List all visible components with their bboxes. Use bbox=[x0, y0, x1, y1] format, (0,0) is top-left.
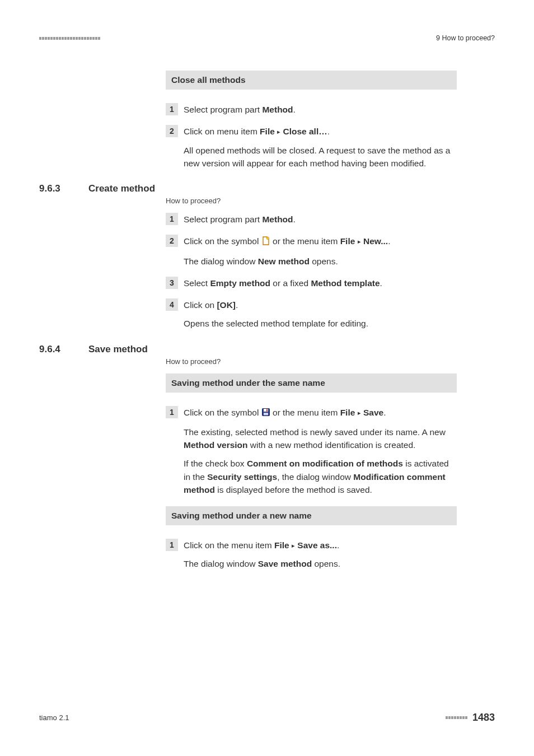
step-row: 1Click on the symbol or the menu item Fi… bbox=[166, 406, 457, 497]
howto-create: How to proceed? bbox=[166, 197, 495, 205]
step-note: The dialog window Save method opens. bbox=[184, 557, 457, 570]
step-note: All opened methods will be closed. A req… bbox=[184, 144, 457, 170]
step-text: Click on the menu item File ▸ Save as...… bbox=[184, 539, 457, 552]
svg-point-0 bbox=[266, 237, 269, 240]
steps-close-all: 1Select program part Method.2Click on me… bbox=[166, 103, 457, 170]
bold-text: Method bbox=[262, 105, 293, 114]
step-number: 1 bbox=[166, 213, 178, 225]
step-row: 2Click on the symbol or the menu item Fi… bbox=[166, 235, 457, 268]
new-document-icon bbox=[261, 236, 270, 249]
bold-text: Security settings bbox=[207, 472, 277, 482]
step-body: Click on the menu item File ▸ Save as...… bbox=[184, 539, 457, 571]
submenu-triangle-icon: ▸ bbox=[292, 542, 295, 549]
block-title-save-same: Saving method under the same name bbox=[166, 374, 457, 393]
step-body: Select Empty method or a fixed Method te… bbox=[184, 277, 457, 290]
bold-text: Save method bbox=[258, 559, 312, 568]
bold-text: File bbox=[260, 127, 275, 136]
step-number: 1 bbox=[166, 539, 178, 551]
submenu-triangle-icon: ▸ bbox=[358, 238, 361, 245]
step-number: 4 bbox=[166, 298, 178, 311]
step-body: Select program part Method. bbox=[184, 213, 457, 226]
footer-ticks bbox=[446, 716, 468, 719]
step-note: The existing, selected method is newly s… bbox=[184, 426, 457, 452]
bold-text: File bbox=[340, 236, 355, 246]
step-text: Click on the symbol or the menu item Fil… bbox=[184, 406, 457, 420]
footer-page-number: 1483 bbox=[472, 712, 495, 724]
step-row: 3Select Empty method or a fixed Method t… bbox=[166, 277, 457, 290]
step-number: 3 bbox=[166, 277, 178, 289]
header-ticks-left bbox=[39, 37, 101, 40]
section-number-create: 9.6.3 bbox=[39, 183, 88, 194]
running-head: 9 How to proceed? bbox=[436, 34, 495, 42]
steps-save-same: 1Click on the symbol or the menu item Fi… bbox=[166, 406, 457, 497]
step-text: Click on [OK]. bbox=[184, 298, 457, 311]
step-text: Select program part Method. bbox=[184, 213, 457, 226]
step-note: The dialog window New method opens. bbox=[184, 255, 457, 268]
bold-text: New... bbox=[363, 236, 388, 246]
section-number-save: 9.6.4 bbox=[39, 344, 88, 355]
bold-text: Close all… bbox=[283, 127, 327, 136]
section-title-create: Create method bbox=[88, 183, 155, 194]
step-row: 2Click on menu item File ▸ Close all….Al… bbox=[166, 125, 457, 170]
step-row: 1Select program part Method. bbox=[166, 103, 457, 116]
step-number: 2 bbox=[166, 235, 178, 247]
step-number: 2 bbox=[166, 125, 178, 137]
step-text: Select Empty method or a fixed Method te… bbox=[184, 277, 457, 290]
step-text: Click on menu item File ▸ Close all…. bbox=[184, 125, 457, 138]
bold-text: File bbox=[340, 408, 355, 417]
section-title-save: Save method bbox=[88, 344, 148, 355]
footer-product: tiamo 2.1 bbox=[39, 713, 69, 722]
bold-text: Method version bbox=[184, 440, 248, 450]
step-number: 1 bbox=[166, 406, 178, 418]
steps-save-new: 1Click on the menu item File ▸ Save as..… bbox=[166, 539, 457, 571]
step-body: Click on menu item File ▸ Close all….All… bbox=[184, 125, 457, 170]
submenu-triangle-icon: ▸ bbox=[277, 128, 280, 135]
block-title-save-new: Saving method under a new name bbox=[166, 506, 457, 525]
bold-text: Comment on modification of methods bbox=[247, 459, 403, 468]
bold-text: Save as... bbox=[297, 540, 337, 550]
bold-text: [OK] bbox=[217, 300, 236, 310]
step-body: Click on the symbol or the menu item Fil… bbox=[184, 235, 457, 268]
submenu-triangle-icon: ▸ bbox=[358, 409, 361, 416]
step-body: Click on [OK].Opens the selected method … bbox=[184, 298, 457, 330]
step-text: Click on the symbol or the menu item Fil… bbox=[184, 235, 457, 249]
bold-text: New method bbox=[258, 256, 310, 266]
bold-text: Save bbox=[363, 408, 383, 417]
bold-text: Empty method bbox=[210, 278, 270, 288]
bold-text: Method template bbox=[311, 278, 380, 288]
block-title-close-all: Close all methods bbox=[166, 71, 457, 90]
step-row: 1Select program part Method. bbox=[166, 213, 457, 226]
step-note: If the check box Comment on modification… bbox=[184, 457, 457, 496]
svg-rect-4 bbox=[264, 413, 268, 416]
step-note: Opens the selected method template for e… bbox=[184, 317, 457, 330]
steps-create: 1Select program part Method.2Click on th… bbox=[166, 213, 457, 330]
step-body: Click on the symbol or the menu item Fil… bbox=[184, 406, 457, 497]
howto-save: How to proceed? bbox=[166, 357, 495, 366]
step-row: 4Click on [OK].Opens the selected method… bbox=[166, 298, 457, 330]
step-number: 1 bbox=[166, 103, 178, 115]
step-body: Select program part Method. bbox=[184, 103, 457, 116]
step-row: 1Click on the menu item File ▸ Save as..… bbox=[166, 539, 457, 571]
step-text: Select program part Method. bbox=[184, 103, 457, 116]
bold-text: Method bbox=[262, 214, 293, 224]
save-icon bbox=[261, 407, 270, 420]
svg-rect-3 bbox=[266, 409, 268, 411]
bold-text: File bbox=[274, 540, 289, 550]
